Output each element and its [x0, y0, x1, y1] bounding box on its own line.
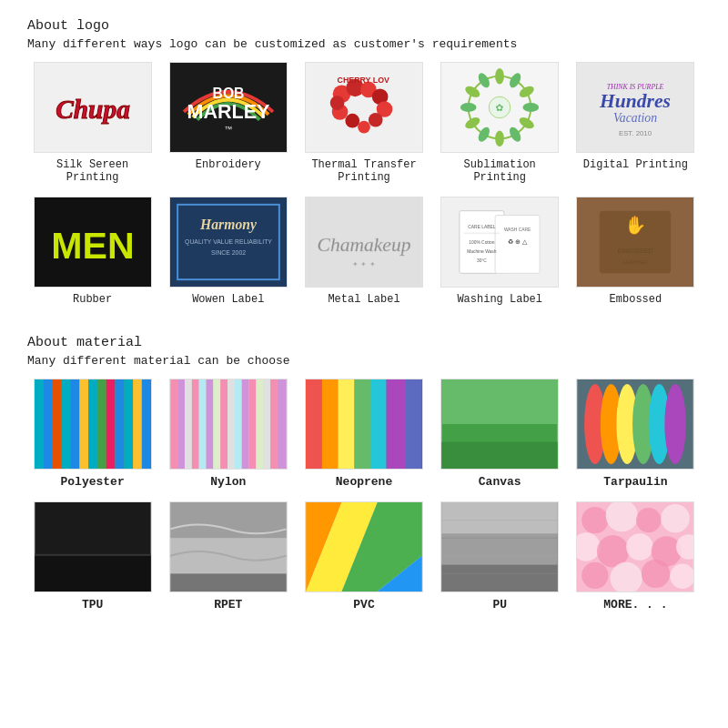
svg-text:Machine Wash: Machine Wash [468, 249, 497, 254]
embossed-svg: ✋ EMBOSSED LEATHER [577, 197, 693, 287]
svg-rect-84 [220, 379, 228, 469]
label-canvas: Canvas [479, 475, 521, 489]
svg-text:MEN: MEN [51, 225, 134, 267]
logo-title: About logo [27, 18, 701, 34]
img-embroidery: BOB MARLEY ™ [169, 62, 288, 153]
svg-text:Hundres: Hundres [599, 90, 671, 112]
tpu-svg [35, 502, 151, 592]
svg-rect-65 [44, 379, 53, 469]
svg-rect-89 [256, 379, 263, 469]
svg-text:♻ ⊕ △: ♻ ⊕ △ [508, 238, 528, 245]
svg-rect-98 [386, 379, 406, 469]
washing-svg: CARE LABEL 100% Cotton Machine Wash 30°C… [441, 197, 558, 287]
sublimation-svg: ✿ [441, 63, 558, 152]
pu-svg [441, 502, 558, 592]
svg-rect-77 [170, 379, 177, 469]
label-embroidery: Enbroidery [196, 158, 261, 171]
hundred-svg: THINK IS PURPLE Hundres Vacation EST. 20… [577, 63, 693, 152]
svg-rect-95 [339, 379, 355, 469]
label-more: MORE. . . [603, 598, 667, 612]
svg-rect-79 [185, 379, 192, 469]
svg-rect-64 [35, 379, 44, 469]
svg-text:30°C: 30°C [477, 258, 487, 263]
img-pu [440, 501, 559, 592]
item-neoprene: Neoprene [298, 379, 429, 496]
svg-point-139 [582, 562, 609, 589]
item-washing: CARE LABEL 100% Cotton Machine Wash 30°C… [435, 197, 565, 313]
pvc-svg [306, 502, 422, 592]
svg-rect-75 [133, 379, 142, 469]
svg-text:LEATHER: LEATHER [623, 259, 648, 265]
tarpaulin-svg [577, 379, 693, 469]
neoprene-svg [306, 379, 422, 469]
svg-rect-78 [177, 379, 185, 469]
svg-rect-99 [406, 379, 422, 469]
svg-text:✿: ✿ [496, 101, 504, 115]
svg-text:Harmony: Harmony [199, 217, 257, 233]
item-metal: Chamakeup ✦ ✦ ✦ Metal Label [298, 197, 429, 313]
img-nylon [169, 379, 288, 470]
svg-rect-93 [306, 379, 322, 469]
label-tpu: TPU [82, 598, 103, 612]
svg-text:QUALITY VALUE RELIABILITY: QUALITY VALUE RELIABILITY [185, 238, 272, 246]
svg-text:✦  ✦  ✦: ✦ ✦ ✦ [352, 260, 375, 268]
svg-rect-97 [370, 379, 387, 469]
svg-rect-88 [248, 379, 256, 469]
polyester-svg [35, 379, 151, 469]
svg-point-26 [495, 130, 504, 147]
svg-text:100% Cotton: 100% Cotton [469, 240, 495, 245]
svg-rect-123 [441, 502, 557, 533]
logo-row-2: MEN Rubber Harmony QUALITY VALUE RELIABI… [27, 197, 701, 313]
svg-rect-72 [106, 379, 115, 469]
label-washing: Washing Label [457, 293, 542, 306]
img-silk-screen: Chupa [34, 62, 152, 153]
svg-text:Chamakeup: Chamakeup [318, 234, 411, 256]
label-sublimation: Sublimation Printing [435, 158, 565, 184]
item-more: MORE. . . [571, 501, 701, 619]
rubber-svg: MEN [35, 197, 151, 287]
svg-text:BOB: BOB [212, 86, 244, 101]
svg-rect-90 [263, 379, 270, 469]
svg-point-14 [345, 114, 359, 128]
svg-rect-102 [441, 442, 557, 469]
item-polyester: Polyester [27, 379, 157, 496]
harmony-svg: Harmony QUALITY VALUE RELIABILITY SINCE … [170, 197, 287, 287]
img-metal: Chamakeup ✦ ✦ ✦ [305, 197, 423, 288]
svg-rect-81 [198, 379, 206, 469]
svg-text:MARLEY: MARLEY [187, 100, 270, 123]
img-rpet [169, 501, 288, 592]
img-washing: CARE LABEL 100% Cotton Machine Wash 30°C… [440, 197, 559, 288]
svg-rect-86 [235, 379, 242, 469]
item-tarpaulin: Tarpaulin [571, 379, 701, 496]
svg-rect-87 [241, 379, 248, 469]
label-silk-screen: Silk Sereen Printing [27, 158, 157, 184]
svg-rect-94 [322, 379, 339, 469]
img-tarpaulin [576, 379, 694, 470]
svg-text:™: ™ [224, 125, 232, 134]
svg-rect-83 [213, 379, 220, 469]
label-thermal: Thermal Transfer Printing [298, 158, 429, 184]
item-nylon: Nylon [163, 379, 293, 496]
item-tpu: TPU [27, 501, 157, 619]
section-divider [27, 318, 701, 335]
material-title: About material [27, 335, 701, 350]
svg-rect-67 [61, 379, 70, 469]
svg-point-16 [330, 96, 345, 110]
svg-text:Vacation: Vacation [613, 111, 657, 125]
canvas-svg [441, 379, 558, 469]
item-embroidery: BOB MARLEY ™ Enbroidery [163, 62, 293, 191]
img-canvas [440, 379, 559, 470]
label-pu: PU [492, 598, 507, 612]
svg-rect-74 [124, 379, 133, 469]
svg-rect-85 [228, 379, 235, 469]
nylon-svg [170, 379, 287, 469]
svg-text:EMBOSSED: EMBOSSED [618, 248, 653, 254]
img-embossed: ✋ EMBOSSED LEATHER [576, 197, 694, 288]
svg-text:SINCE 2002: SINCE 2002 [211, 249, 246, 256]
item-sublimation: ✿ Sublimation Printing [435, 62, 565, 191]
svg-point-29 [460, 103, 477, 112]
svg-rect-96 [354, 379, 370, 469]
item-embossed: ✋ EMBOSSED LEATHER Embossed [571, 197, 701, 313]
item-rpet: RPET [163, 501, 293, 619]
svg-text:WASH CARE: WASH CARE [504, 228, 531, 232]
